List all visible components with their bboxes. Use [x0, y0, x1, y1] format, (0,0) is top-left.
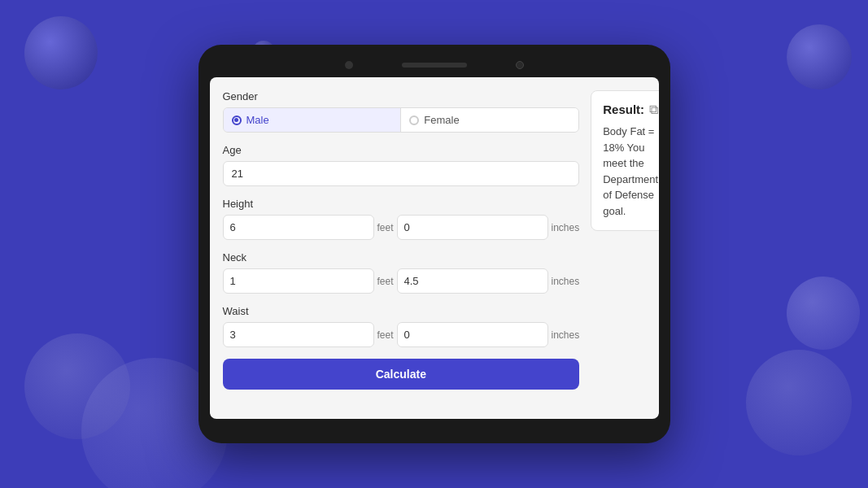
waist-label: Waist [223, 305, 580, 317]
decorative-sphere-tr [787, 24, 852, 89]
gender-label: Gender [223, 90, 580, 102]
decorative-sphere-tl [24, 16, 98, 89]
waist-group: Waist feet inches [223, 305, 580, 347]
age-label: Age [223, 144, 580, 156]
neck-input-row: feet inches [223, 268, 580, 294]
tablet-device: Gender Male Female Age [198, 45, 670, 443]
neck-feet-unit: feet [377, 276, 394, 287]
waist-inches-input[interactable] [397, 322, 548, 347]
waist-inches-unit: inches [552, 329, 580, 341]
height-group: Height feet inches [223, 198, 580, 240]
result-text: Body Fat = 18% You meet the Department o… [603, 124, 658, 219]
neck-feet-input[interactable] [223, 268, 374, 294]
neck-group: Neck feet inches [223, 251, 580, 294]
gender-male-option[interactable]: Male [224, 108, 401, 132]
gender-group: Gender Male Female [223, 90, 580, 133]
calculate-button[interactable]: Calculate [223, 359, 580, 390]
age-group: Age [223, 144, 580, 186]
female-radio-dot [409, 115, 419, 125]
decorative-sphere-br1 [746, 350, 852, 455]
decorative-sphere-bl1 [24, 333, 130, 439]
height-inches-input[interactable] [397, 215, 548, 240]
age-input[interactable] [223, 161, 580, 186]
male-radio-dot [232, 115, 242, 125]
height-feet-unit: feet [377, 222, 394, 233]
neck-label: Neck [223, 251, 580, 264]
height-inches-unit: inches [552, 222, 580, 233]
waist-feet-input[interactable] [223, 322, 374, 347]
gender-male-label: Male [246, 114, 269, 126]
right-panel: Result: ⧉ Body Fat = 18% You meet the De… [591, 90, 658, 406]
copy-icon[interactable]: ⧉ [649, 102, 658, 117]
height-feet-input[interactable] [223, 215, 374, 240]
neck-inches-unit: inches [552, 276, 580, 287]
tablet-speaker [402, 63, 467, 68]
height-label: Height [223, 198, 580, 210]
tablet-camera-right [516, 61, 524, 69]
waist-input-row: feet inches [223, 322, 580, 347]
decorative-sphere-br2 [787, 277, 860, 350]
result-title: Result: [603, 102, 644, 116]
neck-inches-input[interactable] [397, 268, 548, 294]
tablet-camera-left [345, 61, 353, 69]
height-input-row: feet inches [223, 215, 580, 240]
tablet-screen: Gender Male Female Age [210, 77, 659, 419]
result-card: Result: ⧉ Body Fat = 18% You meet the De… [591, 90, 658, 231]
tablet-top-bar [210, 61, 659, 69]
left-panel: Gender Male Female Age [223, 90, 580, 406]
gender-toggle[interactable]: Male Female [223, 107, 580, 133]
gender-female-option[interactable]: Female [401, 108, 578, 132]
gender-female-label: Female [424, 114, 459, 126]
waist-feet-unit: feet [377, 329, 394, 341]
result-header: Result: ⧉ [603, 102, 658, 117]
